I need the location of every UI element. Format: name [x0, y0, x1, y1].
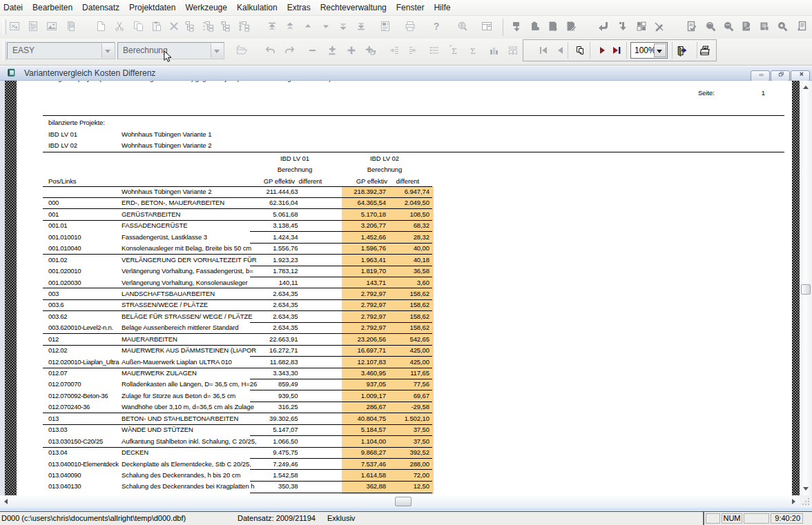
table-row: 012.020010-Liaplan_UltraAußen-Mauerwerk …: [43, 357, 432, 368]
profile-combobox-dropdown-icon[interactable]: [102, 43, 114, 58]
delete-icon[interactable]: [168, 20, 180, 32]
zoom-doc-2-icon[interactable]: [722, 20, 735, 32]
row-gp-variant1: 1.783,12: [222, 266, 298, 277]
copy-pages-icon[interactable]: [574, 44, 586, 57]
zoom-doc-3-icon[interactable]: [776, 20, 789, 32]
nav-prev-icon[interactable]: [554, 44, 567, 57]
copy-icon[interactable]: [132, 20, 144, 32]
menu-datei[interactable]: Datei: [0, 3, 28, 12]
outline-link-icon[interactable]: [238, 20, 250, 32]
report-switch-icon[interactable]: [8, 20, 21, 32]
assign-down-icon[interactable]: [617, 20, 629, 32]
add-plus-icon[interactable]: [345, 44, 358, 57]
row-description: DECKEN: [122, 447, 148, 458]
print-report-icon[interactable]: [699, 44, 711, 57]
remove-line-icon[interactable]: [307, 44, 319, 57]
view-combobox-dropdown-icon[interactable]: [211, 43, 223, 58]
move-down-icon[interactable]: [320, 20, 332, 32]
row-difference: 425,00: [354, 345, 429, 356]
row-difference: 288,00: [354, 459, 429, 470]
reb-catalog-icon[interactable]: REB: [507, 44, 519, 57]
document-form-icon[interactable]: [758, 20, 771, 32]
scroll-up-icon[interactable]: [803, 86, 809, 89]
vertical-scrollbar[interactable]: [800, 81, 812, 495]
menu-extras[interactable]: Extras: [282, 3, 316, 12]
resize-grip[interactable]: [800, 495, 812, 508]
row-gp-variant1: 2.634,35: [222, 311, 298, 322]
zoom-combobox-dropdown-icon[interactable]: [654, 43, 666, 57]
minimize-button[interactable]: [751, 70, 770, 81]
horizontal-scrollbar[interactable]: [0, 495, 800, 508]
horizontal-scroll-thumb[interactable]: [395, 497, 412, 506]
document-add-icon[interactable]: [547, 20, 559, 32]
chart-bars-icon[interactable]: [487, 44, 500, 57]
add-block-icon[interactable]: [364, 44, 376, 57]
move-up-icon[interactable]: [302, 20, 314, 32]
new-document-icon[interactable]: [95, 20, 107, 32]
indent-right-icon[interactable]: [388, 44, 400, 57]
toolbar-grip-2[interactable]: [3, 41, 6, 61]
move-page-down-icon[interactable]: [337, 20, 349, 32]
close-button[interactable]: [791, 70, 810, 81]
archive-icon[interactable]: [529, 20, 541, 32]
indent-left-icon[interactable]: [407, 44, 420, 57]
profile-combobox[interactable]: EASY: [7, 42, 115, 59]
vertical-scroll-thumb[interactable]: [801, 284, 811, 295]
report-edit-icon[interactable]: [27, 20, 39, 32]
sum-sigma-icon[interactable]: Σ: [467, 44, 479, 57]
zoom-doc-1-icon[interactable]: [704, 20, 717, 32]
assign-return-icon[interactable]: [597, 20, 610, 32]
menu-rechteverwaltung[interactable]: Rechteverwaltung: [316, 3, 392, 12]
catalog-icon[interactable]: [64, 20, 77, 32]
document-check-icon[interactable]: [686, 20, 698, 32]
print-icon[interactable]: [404, 20, 416, 32]
nav-first-icon[interactable]: [537, 44, 550, 57]
scroll-left-icon[interactable]: [4, 499, 8, 504]
toolbar-grip[interactable]: [3, 19, 6, 34]
picture-icon[interactable]: [46, 20, 58, 32]
column-sub2: Berechnung: [343, 165, 426, 174]
tiles-icon[interactable]: [635, 20, 648, 32]
outline-new-icon[interactable]: [184, 20, 196, 32]
document-window-icon[interactable]: [7, 68, 17, 79]
menu-bearbeiten[interactable]: Bearbeiten: [28, 3, 77, 12]
search-globe-icon[interactable]: [456, 20, 469, 32]
move-first-icon[interactable]: [266, 20, 278, 32]
move-last-icon[interactable]: [355, 20, 367, 32]
cut-icon[interactable]: [113, 20, 126, 32]
exit-door-icon[interactable]: [675, 44, 688, 57]
row-difference: 37,50: [354, 424, 429, 435]
nav-last-icon[interactable]: [610, 44, 623, 57]
outline-next-icon[interactable]: [220, 20, 232, 32]
scroll-right-icon[interactable]: [792, 499, 795, 504]
help-icon[interactable]: ?: [430, 20, 443, 32]
redo-icon[interactable]: [283, 44, 296, 57]
document-chart-icon[interactable]: [740, 20, 753, 32]
document-edit-icon[interactable]: [565, 20, 577, 32]
insert-row-icon[interactable]: [326, 44, 338, 57]
open-folder-icon[interactable]: [235, 44, 248, 57]
menu-projektdaten[interactable]: Projektdaten: [124, 3, 180, 12]
menu-hilfe[interactable]: Hilfe: [429, 3, 455, 12]
row-gp-variant1: 5.147,07: [222, 424, 298, 435]
menu-kalkulation[interactable]: Kalkulation: [232, 3, 282, 12]
status-bar: D000 (c:\users\chris\documents\allright\…: [0, 511, 812, 525]
scroll-down-icon[interactable]: [803, 487, 809, 491]
paste-icon[interactable]: [151, 20, 163, 32]
restore-button[interactable]: [771, 70, 790, 81]
menu-werkzeuge[interactable]: Werkzeuge: [180, 3, 231, 12]
list-items-icon[interactable]: [428, 44, 441, 57]
pen-off-icon[interactable]: [653, 20, 666, 32]
window-split-icon[interactable]: [481, 20, 493, 32]
nav-next-icon[interactable]: [597, 44, 609, 57]
import-box-icon[interactable]: [511, 20, 523, 32]
document-hand-icon[interactable]: [795, 20, 808, 32]
undo-icon[interactable]: [264, 44, 277, 57]
print-preview-icon[interactable]: [379, 20, 392, 32]
menu-fenster[interactable]: Fenster: [392, 3, 429, 12]
menu-datensatz[interactable]: Datensatz: [77, 3, 124, 12]
outline-sub-icon[interactable]: [202, 20, 214, 32]
zoom-combobox[interactable]: 100%: [630, 42, 668, 59]
move-page-up-icon[interactable]: [284, 20, 296, 32]
formula-sum-icon[interactable]: Σ: [447, 44, 460, 57]
